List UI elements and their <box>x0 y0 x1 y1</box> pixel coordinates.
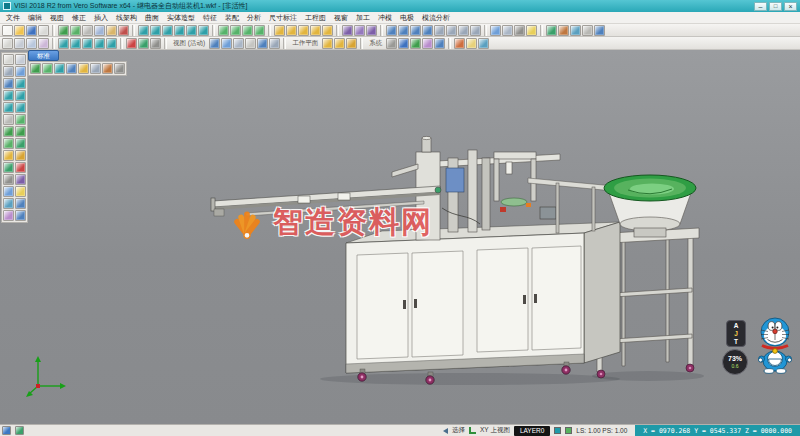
chamfer-icon[interactable] <box>230 25 241 36</box>
circle-icon[interactable] <box>174 25 185 36</box>
open-file-icon[interactable] <box>14 25 25 36</box>
loft-icon[interactable] <box>286 25 297 36</box>
menu-item[interactable]: 模流分析 <box>418 12 454 23</box>
info-icon[interactable] <box>434 38 445 49</box>
extrude-icon[interactable] <box>322 25 333 36</box>
status-snap-icon[interactable] <box>15 426 24 435</box>
help-tool-icon[interactable] <box>15 210 26 221</box>
snap-center-icon[interactable] <box>94 38 105 49</box>
profile-icon[interactable] <box>30 63 41 74</box>
pan-icon[interactable] <box>458 25 469 36</box>
machine-cabinet[interactable] <box>346 222 620 384</box>
settings-icon[interactable] <box>386 38 397 49</box>
layers-icon[interactable] <box>546 25 557 36</box>
stretch-icon[interactable] <box>15 150 26 161</box>
select-chain-icon[interactable] <box>26 38 37 49</box>
save-icon[interactable] <box>26 25 37 36</box>
rotate-view-icon[interactable] <box>470 25 481 36</box>
doraemon-sticker[interactable] <box>753 314 797 374</box>
measure-tool-icon[interactable] <box>3 198 14 209</box>
menu-item[interactable]: 视窗 <box>330 12 352 23</box>
minimize-button[interactable] <box>754 2 767 11</box>
properties-icon[interactable] <box>558 25 569 36</box>
curve-create-icon[interactable] <box>15 102 26 113</box>
render-icon[interactable] <box>3 186 14 197</box>
zoom-fit-icon[interactable] <box>434 25 445 36</box>
copy-icon[interactable] <box>94 25 105 36</box>
menu-item[interactable]: 插入 <box>90 12 112 23</box>
print-icon[interactable] <box>38 25 49 36</box>
sketch-icon[interactable] <box>42 63 53 74</box>
view-iso-icon[interactable] <box>386 25 397 36</box>
menu-item[interactable]: 编辑 <box>24 12 46 23</box>
rectangle-icon[interactable] <box>186 25 197 36</box>
view-front-icon[interactable] <box>410 25 421 36</box>
standard-toolbar-tab[interactable]: 标准 <box>28 50 59 61</box>
offset-icon[interactable] <box>254 25 265 36</box>
fillet-icon[interactable] <box>218 25 229 36</box>
fit-view-icon[interactable] <box>15 78 26 89</box>
workplane-new-icon[interactable] <box>334 38 345 49</box>
boolean-union-icon[interactable] <box>342 25 353 36</box>
line-icon[interactable] <box>150 25 161 36</box>
menu-item[interactable]: 工程图 <box>301 12 330 23</box>
text-create-icon[interactable] <box>3 114 14 125</box>
workplane-align-icon[interactable] <box>346 38 357 49</box>
menu-item[interactable]: 加工 <box>352 12 374 23</box>
assistant-widget[interactable]: A J T <box>726 320 746 347</box>
sweep-icon[interactable] <box>298 25 309 36</box>
menu-item[interactable]: 装配 <box>221 12 243 23</box>
spline-icon[interactable] <box>198 25 209 36</box>
move-icon[interactable] <box>3 126 14 137</box>
menu-item[interactable]: 尺寸标注 <box>265 12 301 23</box>
delete-icon[interactable] <box>118 25 129 36</box>
rotate-icon[interactable] <box>15 126 26 137</box>
view-right-icon[interactable] <box>422 25 433 36</box>
hide-icon[interactable] <box>3 66 14 77</box>
progress-badge[interactable]: 73% 0.6 <box>722 349 748 375</box>
layer-color-chip[interactable] <box>554 427 561 434</box>
export-icon[interactable] <box>114 63 125 74</box>
revolve-icon[interactable] <box>310 25 321 36</box>
menu-item[interactable]: 文件 <box>2 12 24 23</box>
measure-icon[interactable] <box>570 25 581 36</box>
menu-item[interactable]: 分析 <box>243 12 265 23</box>
zoom-window-icon[interactable] <box>446 25 457 36</box>
menu-item[interactable]: 修正 <box>68 12 90 23</box>
calculator-icon[interactable] <box>582 25 593 36</box>
viewport-3d[interactable]: 智造资料网 A J T 73% 0.6 <box>0 50 800 424</box>
workplane-color-chip[interactable] <box>565 427 572 434</box>
wireframe-mode-icon[interactable] <box>502 25 513 36</box>
library-icon[interactable] <box>102 63 113 74</box>
maximize-button[interactable] <box>769 2 782 11</box>
help-icon[interactable] <box>594 25 605 36</box>
select-face-icon[interactable] <box>15 54 26 65</box>
undo-icon[interactable] <box>58 25 69 36</box>
plugins-icon[interactable] <box>422 38 433 49</box>
menu-item[interactable]: 视图 <box>46 12 68 23</box>
view-shaded-icon[interactable] <box>221 38 232 49</box>
trim-icon[interactable] <box>242 25 253 36</box>
filter-icon[interactable] <box>38 38 49 49</box>
attr-linetype-icon[interactable] <box>150 38 161 49</box>
snap-end-icon[interactable] <box>70 38 81 49</box>
mirror-icon[interactable] <box>3 138 14 149</box>
snap-intersect-icon[interactable] <box>106 38 117 49</box>
light-icon[interactable] <box>526 25 537 36</box>
shade-mode-icon[interactable] <box>490 25 501 36</box>
status-select-mode-icon[interactable] <box>2 426 11 435</box>
shell-icon[interactable] <box>366 25 377 36</box>
attr-layer-icon[interactable] <box>138 38 149 49</box>
close-button[interactable] <box>784 2 797 11</box>
layer-chip[interactable]: LAYER0 <box>514 426 550 436</box>
group-icon[interactable] <box>90 63 101 74</box>
isolate-icon[interactable] <box>3 78 14 89</box>
redo-icon[interactable] <box>70 25 81 36</box>
plugin-icon[interactable] <box>3 210 14 221</box>
modify-icon[interactable] <box>66 63 77 74</box>
layer-manager-icon[interactable] <box>3 162 14 173</box>
workplane-xy-icon[interactable] <box>322 38 333 49</box>
circle-create-icon[interactable] <box>3 102 14 113</box>
menu-item[interactable]: 实体造型 <box>163 12 199 23</box>
color-icon[interactable] <box>15 162 26 173</box>
